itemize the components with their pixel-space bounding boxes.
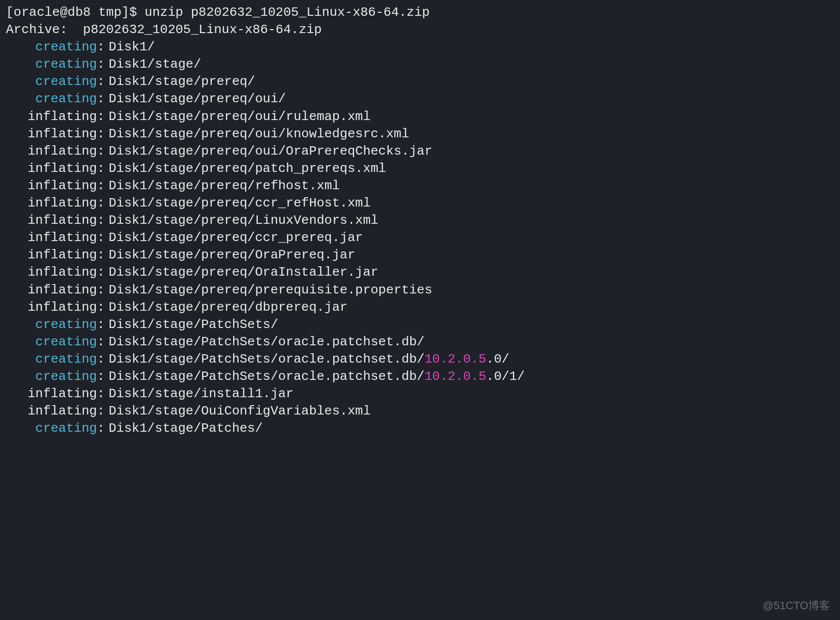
- inflating-label: inflating:: [6, 403, 105, 420]
- file-path: Disk1/stage/PatchSets/oracle.patchset.db…: [109, 368, 525, 385]
- creating-label: creating:: [6, 56, 105, 73]
- file-path: Disk1/stage/PatchSets/oracle.patchset.db…: [109, 333, 425, 351]
- archive-text: Archive: p8202632_10205_Linux-x86-64.zip: [6, 21, 322, 39]
- output-line: inflating:Disk1/stage/prereq/oui/knowled…: [6, 125, 834, 143]
- output-line: creating:Disk1/: [6, 39, 834, 56]
- output-line: creating:Disk1/stage/: [6, 56, 834, 73]
- inflating-label: inflating:: [6, 299, 105, 316]
- creating-label: creating:: [6, 316, 105, 333]
- file-path: Disk1/: [109, 39, 155, 56]
- file-path: Disk1/stage/prereq/oui/rulemap.xml: [109, 108, 371, 125]
- inflating-label: inflating:: [6, 247, 105, 264]
- file-path: Disk1/stage/prereq/OraPrereq.jar: [109, 247, 355, 264]
- creating-label: creating:: [6, 351, 105, 368]
- shell-prompt: [oracle@db8 tmp]$: [6, 4, 145, 21]
- output-line: inflating:Disk1/stage/prereq/ccr_prereq.…: [6, 229, 834, 247]
- file-path: Disk1/stage/prereq/dbprereq.jar: [109, 299, 348, 316]
- output-line: creating:Disk1/stage/PatchSets/: [6, 316, 834, 333]
- output-line: inflating:Disk1/stage/prereq/oui/rulemap…: [6, 108, 834, 125]
- output-line: inflating:Disk1/stage/prereq/refhost.xml: [6, 177, 834, 195]
- file-path: Disk1/stage/prereq/oui/: [109, 90, 286, 108]
- inflating-label: inflating:: [6, 177, 105, 195]
- creating-label: creating:: [6, 73, 105, 90]
- inflating-label: inflating:: [6, 229, 105, 247]
- output-line: inflating:Disk1/stage/prereq/OraInstalle…: [6, 264, 834, 281]
- creating-label: creating:: [6, 90, 105, 108]
- creating-label: creating:: [6, 39, 105, 56]
- creating-label: creating:: [6, 420, 105, 437]
- file-path: Disk1/stage/PatchSets/oracle.patchset.db…: [109, 351, 509, 368]
- output-line: creating:Disk1/stage/PatchSets/oracle.pa…: [6, 351, 834, 368]
- inflating-label: inflating:: [6, 143, 105, 160]
- watermark-text: @51CTO博客: [762, 598, 830, 613]
- output-line: inflating:Disk1/stage/prereq/ccr_refHost…: [6, 195, 834, 212]
- inflating-label: inflating:: [6, 264, 105, 281]
- inflating-label: inflating:: [6, 282, 105, 299]
- file-path: Disk1/stage/prereq/patch_prereqs.xml: [109, 160, 386, 177]
- output-line: inflating:Disk1/stage/install1.jar: [6, 385, 834, 403]
- output-line: inflating:Disk1/stage/prereq/OraPrereq.j…: [6, 247, 834, 264]
- file-path: Disk1/stage/Patches/: [109, 420, 263, 437]
- output-line: creating:Disk1/stage/PatchSets/oracle.pa…: [6, 333, 834, 351]
- file-path: Disk1/stage/: [109, 56, 201, 73]
- unzip-output: creating:Disk1/creating:Disk1/stage/crea…: [6, 39, 834, 437]
- typed-command: unzip p8202632_10205_Linux-x86-64.zip: [145, 4, 430, 21]
- creating-label: creating:: [6, 333, 105, 351]
- output-line: inflating:Disk1/stage/prereq/patch_prere…: [6, 160, 834, 177]
- command-line[interactable]: [oracle@db8 tmp]$ unzip p8202632_10205_L…: [6, 4, 834, 21]
- version-segment: 10.2.0.5: [425, 352, 486, 367]
- file-path: Disk1/stage/OuiConfigVariables.xml: [109, 403, 371, 420]
- output-line: creating:Disk1/stage/Patches/: [6, 420, 834, 437]
- output-line: inflating:Disk1/stage/prereq/prerequisit…: [6, 282, 834, 299]
- file-path: Disk1/stage/PatchSets/: [109, 316, 278, 333]
- file-path: Disk1/stage/prereq/OraInstaller.jar: [109, 264, 378, 281]
- inflating-label: inflating:: [6, 160, 105, 177]
- inflating-label: inflating:: [6, 108, 105, 125]
- file-path: Disk1/stage/prereq/oui/knowledgesrc.xml: [109, 125, 409, 143]
- inflating-label: inflating:: [6, 212, 105, 229]
- file-path: Disk1/stage/prereq/LinuxVendors.xml: [109, 212, 378, 229]
- output-line: inflating:Disk1/stage/prereq/LinuxVendor…: [6, 212, 834, 229]
- file-path: Disk1/stage/prereq/: [109, 73, 255, 90]
- version-segment: 10.2.0.5: [425, 369, 486, 384]
- output-line: inflating:Disk1/stage/OuiConfigVariables…: [6, 403, 834, 420]
- output-line: inflating:Disk1/stage/prereq/dbprereq.ja…: [6, 299, 834, 316]
- creating-label: creating:: [6, 368, 105, 385]
- inflating-label: inflating:: [6, 385, 105, 403]
- file-path: Disk1/stage/prereq/refhost.xml: [109, 177, 340, 195]
- output-line: inflating:Disk1/stage/prereq/oui/OraPrer…: [6, 143, 834, 160]
- file-path: Disk1/stage/prereq/ccr_prereq.jar: [109, 229, 363, 247]
- file-path: Disk1/stage/install1.jar: [109, 385, 293, 403]
- output-line: creating:Disk1/stage/prereq/oui/: [6, 90, 834, 108]
- file-path: Disk1/stage/prereq/prerequisite.properti…: [109, 282, 432, 299]
- inflating-label: inflating:: [6, 195, 105, 212]
- inflating-label: inflating:: [6, 125, 105, 143]
- file-path: Disk1/stage/prereq/ccr_refHost.xml: [109, 195, 371, 212]
- archive-line: Archive: p8202632_10205_Linux-x86-64.zip: [6, 21, 834, 39]
- output-line: creating:Disk1/stage/PatchSets/oracle.pa…: [6, 368, 834, 385]
- file-path: Disk1/stage/prereq/oui/OraPrereqChecks.j…: [109, 143, 432, 160]
- output-line: creating:Disk1/stage/prereq/: [6, 73, 834, 90]
